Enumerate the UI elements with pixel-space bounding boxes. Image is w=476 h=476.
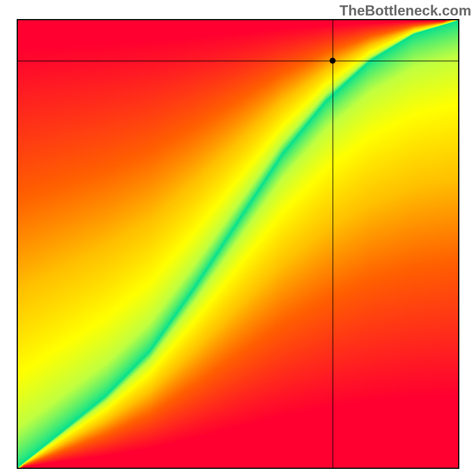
- crosshair-horizontal: [18, 61, 458, 61]
- heatmap-chart: [17, 19, 459, 469]
- heatmap-canvas: [18, 20, 458, 468]
- watermark-text: TheBottleneck.com: [340, 2, 471, 19]
- crosshair-vertical: [333, 20, 333, 468]
- data-marker: [330, 58, 336, 64]
